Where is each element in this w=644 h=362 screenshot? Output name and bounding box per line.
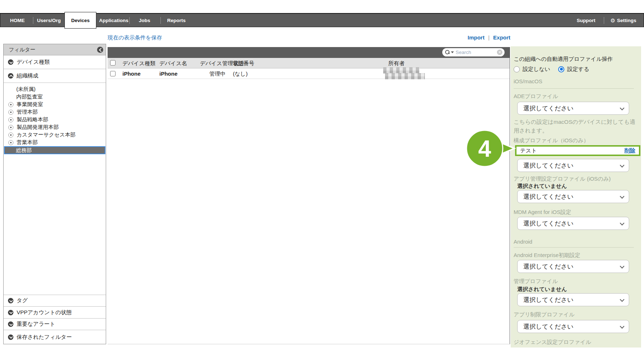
org-tree-item-product-strategy[interactable]: 製品戦略本部 (8, 116, 48, 123)
table-row[interactable]: iPhone iPhone 管理中 (なし) (108, 68, 510, 79)
cell-phone: (なし) (233, 68, 248, 79)
tree-expand-icon[interactable] (8, 117, 13, 122)
filter-section-vpp-account[interactable]: VPPアカウントの状態 (4, 306, 106, 318)
app-mgmt-profile-label: アプリ管理設定プロファイル (iOSのみ) (514, 176, 641, 182)
ade-profile-label: ADEプロファイル (514, 93, 641, 100)
nav-tab-home[interactable]: HOME (7, 14, 28, 27)
select-value: 選択してください (523, 104, 573, 113)
select-value: 選択してください (523, 323, 573, 331)
radio-on-icon[interactable] (558, 66, 564, 72)
radio-set[interactable]: 設定する (558, 66, 589, 73)
org-tree-item-general-affairs-selected[interactable]: 総務部 (4, 146, 105, 154)
divider (514, 88, 634, 89)
nav-tab-reports[interactable]: Reports (163, 14, 189, 27)
apply-mode-radio-group: 設定しない 設定する (514, 65, 641, 73)
tree-expand-icon[interactable] (8, 132, 13, 138)
chevron-down-circle-icon (8, 310, 13, 315)
select-value: 選択してください (523, 219, 573, 228)
filter-section-tags[interactable]: タグ (4, 295, 106, 306)
filter-section-label: 重要なアラート (17, 321, 55, 328)
nav-tab-applications[interactable]: Applications (99, 14, 129, 27)
nav-tab-users-org[interactable]: Users/Org (35, 14, 63, 27)
radio-do-not-set[interactable]: 設定しない (514, 66, 550, 73)
android-enterprise-init-select[interactable]: 選択してください (517, 260, 629, 273)
radio-off-icon[interactable] (514, 66, 520, 72)
org-tree-label: 製品戦略本部 (17, 116, 48, 123)
delete-profile-link[interactable]: 削除 (624, 147, 635, 154)
table-toolbar: ✕ (108, 47, 510, 58)
mgmt-profile-select[interactable]: 選択してください (517, 293, 629, 306)
tree-expand-icon[interactable] (8, 140, 13, 145)
chevron-down-icon (620, 221, 624, 226)
org-tree-label: 製品開発運用本部 (17, 123, 59, 131)
filter-section-saved-filters[interactable]: 保存されたフィルター (4, 330, 106, 344)
chevron-down-circle-icon (8, 321, 13, 327)
mdm-agent-select[interactable]: 選択してください (517, 217, 629, 230)
column-header-device-name[interactable]: デバイス名 (159, 58, 187, 68)
filter-section-label: タグ (17, 297, 28, 304)
org-tree-item-admin-hq[interactable]: 管理本部 (8, 108, 38, 116)
nav-tab-devices-active[interactable]: Devices (64, 12, 96, 29)
app-mgmt-profile-select[interactable]: 選択してください (517, 190, 629, 203)
tree-expand-icon[interactable] (8, 110, 13, 115)
device-table: ✕ デバイス種類 デバイス名 デバイス管理状態 電話番号 所有者 iPhone … (108, 47, 510, 344)
nav-tab-jobs[interactable]: Jobs (134, 14, 155, 27)
filter-section-label: 組織構成 (17, 72, 38, 79)
org-tree-label: 営業本部 (17, 139, 38, 146)
redacted-owner-blur (383, 67, 419, 73)
config-profile-select[interactable]: 選択してください (517, 159, 629, 172)
export-link[interactable]: Export (493, 34, 511, 41)
app-restrict-profile-select[interactable]: 選択してください (517, 320, 629, 333)
android-enterprise-init-label: Android Enterprise初期設定 (514, 252, 641, 258)
collapse-sidebar-button[interactable] (97, 47, 103, 53)
link-separator: | (488, 34, 490, 41)
org-tree-item-internal-audit[interactable]: 内部監査室 (16, 93, 43, 101)
radio-label: 設定する (567, 66, 589, 73)
nav-separator (33, 17, 33, 24)
save-current-view-link[interactable]: 現在の表示条件を保存 (108, 34, 162, 41)
filter-section-label: VPPアカウントの状態 (17, 309, 72, 316)
auto-apply-profile-panel: この組織への自動適用プロファイル操作 設定しない 設定する iOS/macOS … (511, 46, 641, 348)
chevron-down-icon (620, 264, 624, 269)
org-tree-item-product-devops[interactable]: 製品開発運用本部 (8, 123, 59, 131)
tree-expand-icon[interactable] (8, 102, 13, 107)
geofence-profile-label: ジオフェンス設定プロファイル (514, 339, 641, 345)
filter-section-label: デバイス種類 (17, 59, 50, 66)
mgmt-profile-label: 管理プロファイル (514, 278, 641, 285)
nav-settings-label: Settings (617, 18, 636, 23)
filter-section-organization[interactable]: 組織構成 (4, 69, 106, 83)
org-tree-item-customer-success[interactable]: カスタマーサクセス本部 (8, 131, 75, 139)
import-export-links: Import | Export (468, 34, 510, 41)
select-all-checkbox[interactable] (110, 60, 116, 66)
chevron-down-circle-icon (8, 59, 13, 65)
column-header-owner[interactable]: 所有者 (388, 58, 405, 68)
org-tree-item-unassigned[interactable]: (未所属) (16, 85, 35, 93)
mdm-agent-label: MDM Agent for iOS設定 (514, 209, 641, 215)
tree-expand-icon[interactable] (8, 125, 13, 130)
org-tree-item-business-dev[interactable]: 事業開発室 (8, 101, 43, 108)
cell-device-name[interactable]: iPhone (159, 68, 177, 79)
chevron-down-icon (620, 163, 624, 168)
row-checkbox[interactable] (110, 71, 116, 76)
search-box[interactable]: ✕ (442, 48, 505, 56)
search-clear-icon[interactable]: ✕ (497, 50, 502, 55)
column-header-device-type[interactable]: デバイス種類 (122, 58, 155, 68)
org-tree-item-sales-hq[interactable]: 営業本部 (8, 139, 38, 146)
org-tree-label: 事業開発室 (17, 101, 43, 108)
search-input[interactable] (456, 50, 497, 55)
chevron-down-icon (620, 324, 624, 329)
panel-title: この組織への自動適用プロファイル操作 (514, 56, 641, 63)
import-link[interactable]: Import (468, 34, 485, 41)
chevron-down-icon (620, 106, 624, 110)
nav-support-link[interactable]: Support (574, 14, 598, 27)
step-4-callout: 4 (464, 126, 518, 171)
ade-profile-select[interactable]: 選択してください (517, 102, 629, 115)
filter-section-critical-alerts[interactable]: 重要なアラート (4, 318, 106, 330)
search-scope-dropdown-icon[interactable] (451, 51, 454, 53)
filter-section-device-type[interactable]: デバイス種類 (4, 55, 106, 69)
select-value: 選択してください (523, 161, 573, 170)
divider (514, 247, 634, 248)
nav-settings-link[interactable]: ⚙ Settings (609, 14, 638, 27)
column-header-phone[interactable]: 電話番号 (233, 58, 254, 68)
app-restrict-profile-label: アプリ制限プロファイル (514, 311, 641, 318)
